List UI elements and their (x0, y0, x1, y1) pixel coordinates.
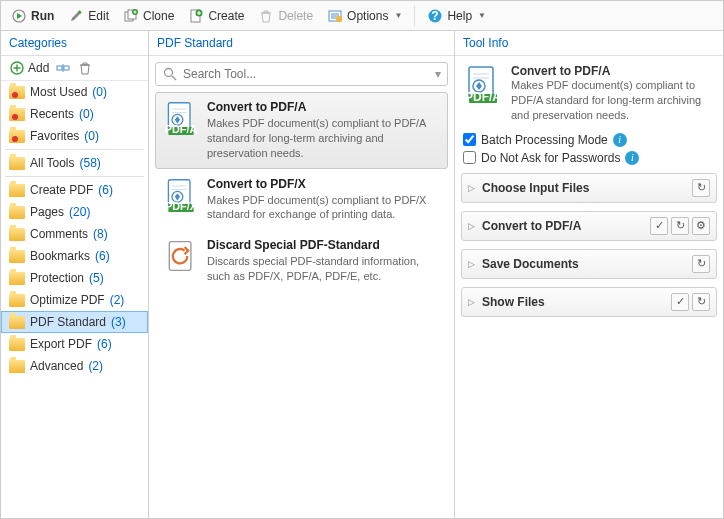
caret-down-icon: ▼ (394, 11, 402, 20)
create-button[interactable]: Create (182, 5, 250, 27)
step-settings-button[interactable]: ⚙ (692, 217, 710, 235)
delete-category-icon[interactable] (77, 60, 93, 76)
step-reset-button[interactable]: ↻ (692, 179, 710, 197)
tool-item[interactable]: PDF/XConvert to PDF/XMakes PDF document(… (155, 169, 448, 231)
options-icon (327, 8, 343, 24)
category-item[interactable]: Favorites (0) (1, 125, 148, 147)
svg-point-7 (336, 16, 342, 22)
tool-icon: PDF/A (463, 64, 503, 104)
categories-header: Categories (1, 31, 148, 56)
category-count: (3) (111, 315, 126, 329)
clone-button[interactable]: Clone (117, 5, 180, 27)
batch-mode-checkbox[interactable]: Batch Processing Modei (463, 131, 715, 149)
category-item[interactable]: Recents (0) (1, 103, 148, 125)
category-item[interactable]: Comments (8) (1, 223, 148, 245)
tool-icon: PDF/X (163, 177, 199, 213)
main-toolbar: Run Edit Clone Create Delete Options▼ ?H… (1, 1, 723, 31)
category-count: (8) (93, 227, 108, 241)
delete-button: Delete (252, 5, 319, 27)
category-item[interactable]: Advanced (2) (1, 355, 148, 377)
svg-rect-11 (57, 66, 62, 70)
folder-icon (9, 206, 25, 219)
step-item[interactable]: ▷Show Files✓↻ (461, 287, 717, 317)
category-item[interactable]: Protection (5) (1, 267, 148, 289)
category-label: Favorites (30, 129, 79, 143)
tool-list: PDF/AConvert to PDF/AMakes PDF document(… (149, 92, 454, 518)
category-item[interactable]: Pages (20) (1, 201, 148, 223)
folder-icon (9, 338, 25, 351)
options-button[interactable]: Options▼ (321, 5, 408, 27)
edit-button[interactable]: Edit (62, 5, 115, 27)
info-icon[interactable]: i (613, 133, 627, 147)
step-reset-button[interactable]: ↻ (692, 293, 710, 311)
expand-icon[interactable]: ▷ (468, 183, 478, 193)
category-label: Recents (30, 107, 74, 121)
step-connector (461, 241, 717, 249)
rename-icon[interactable] (55, 60, 71, 76)
tool-icon: PDF/A (163, 100, 199, 136)
tool-item[interactable]: Discard Special PDF-StandardDiscards spe… (155, 230, 448, 292)
expand-icon[interactable]: ▷ (468, 221, 478, 231)
category-item[interactable]: Export PDF (6) (1, 333, 148, 355)
category-item[interactable]: Most Used (0) (1, 81, 148, 103)
category-item[interactable]: Create PDF (6) (1, 179, 148, 201)
svg-text:PDF/A: PDF/A (465, 90, 501, 104)
search-bar[interactable]: ▾ (155, 62, 448, 86)
step-item[interactable]: ▷Save Documents↻ (461, 249, 717, 279)
category-count: (0) (79, 107, 94, 121)
category-label: All Tools (30, 156, 74, 170)
category-label: Bookmarks (30, 249, 90, 263)
step-title: Show Files (482, 295, 667, 309)
tool-title: Convert to PDF/A (207, 100, 440, 114)
category-item[interactable]: Optimize PDF (2) (1, 289, 148, 311)
step-item[interactable]: ▷Convert to PDF/A✓↻⚙ (461, 211, 717, 241)
info-title: Convert to PDF/A (511, 64, 715, 78)
tool-desc: Makes PDF document(s) compliant to PDF/A… (207, 116, 440, 161)
step-reset-button[interactable]: ↻ (692, 255, 710, 273)
category-count: (2) (110, 293, 125, 307)
search-input[interactable] (183, 67, 430, 81)
category-label: Comments (30, 227, 88, 241)
folder-icon (9, 272, 25, 285)
tool-desc: Makes PDF document(s) compliant to PDF/X… (207, 193, 440, 223)
svg-rect-12 (64, 66, 69, 70)
category-item[interactable]: All Tools (58) (1, 152, 148, 174)
search-icon (162, 66, 178, 82)
category-count: (5) (89, 271, 104, 285)
step-title: Save Documents (482, 257, 688, 271)
tools-header: PDF Standard (149, 31, 454, 56)
info-desc: Makes PDF document(s) compliant to PDF/A… (511, 78, 715, 123)
tool-item[interactable]: PDF/AConvert to PDF/AMakes PDF document(… (155, 92, 448, 169)
folder-icon (9, 86, 25, 99)
category-label: Optimize PDF (30, 293, 105, 307)
tool-info-panel: Tool Info PDF/A Convert to PDF/A Makes P… (455, 31, 723, 518)
run-button[interactable]: Run (5, 5, 60, 27)
help-button[interactable]: ?Help▼ (421, 5, 492, 27)
step-enable-button[interactable]: ✓ (650, 217, 668, 235)
folder-icon (9, 228, 25, 241)
info-icon[interactable]: i (625, 151, 639, 165)
category-item[interactable]: Bookmarks (6) (1, 245, 148, 267)
category-item[interactable]: PDF Standard (3) (1, 311, 148, 333)
category-count: (20) (69, 205, 90, 219)
expand-icon[interactable]: ▷ (468, 297, 478, 307)
no-passwords-checkbox[interactable]: Do Not Ask for Passwordsi (463, 149, 715, 167)
svg-text:?: ? (432, 9, 439, 23)
category-count: (6) (97, 337, 112, 351)
caret-down-icon[interactable]: ▾ (435, 67, 441, 81)
tool-title: Convert to PDF/X (207, 177, 440, 191)
expand-icon[interactable]: ▷ (468, 259, 478, 269)
add-category-button[interactable]: Add (9, 60, 49, 76)
step-reset-button[interactable]: ↻ (671, 217, 689, 235)
category-label: PDF Standard (30, 315, 106, 329)
step-enable-button[interactable]: ✓ (671, 293, 689, 311)
create-icon (188, 8, 204, 24)
folder-icon (9, 360, 25, 373)
trash-icon (258, 8, 274, 24)
tools-panel: PDF Standard ▾ PDF/AConvert to PDF/AMake… (149, 31, 455, 518)
step-item[interactable]: ▷Choose Input Files↻ (461, 173, 717, 203)
svg-text:PDF/X: PDF/X (165, 200, 198, 212)
category-label: Most Used (30, 85, 87, 99)
category-label: Pages (30, 205, 64, 219)
category-count: (0) (92, 85, 107, 99)
